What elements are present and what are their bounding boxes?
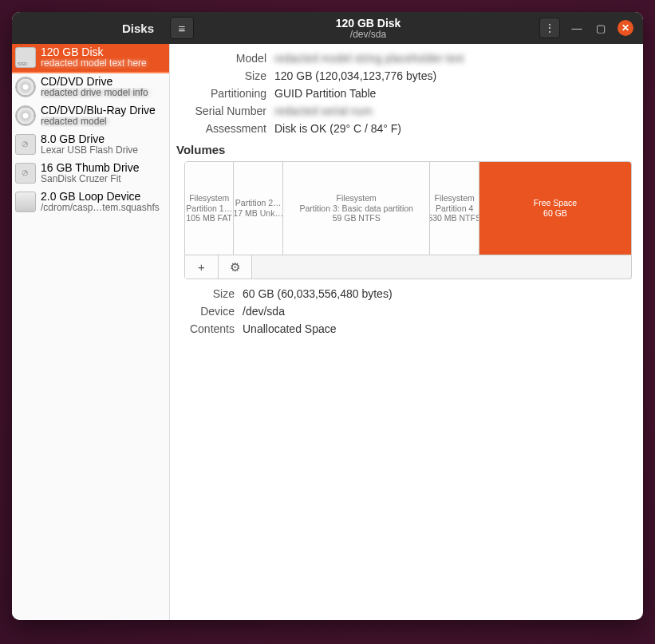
partition-3[interactable]: FilesystemPartition 4530 MB NTFS: [430, 162, 479, 255]
main-panel: Model redacted model string placeholder …: [170, 44, 643, 620]
minimize-button[interactable]: —: [570, 21, 584, 35]
partition-line: Partition 3: Basic data partition: [299, 203, 412, 214]
drive-sublabel: SanDisk Cruzer Fit: [41, 174, 164, 184]
drive-label: 120 GB Disk: [41, 46, 164, 58]
drive-label: 8.0 GB Drive: [41, 133, 164, 145]
hamburger-menu-button[interactable]: ≡: [170, 17, 194, 39]
maximize-button[interactable]: ▢: [594, 21, 608, 35]
sel-value-contents: Unallocated Space: [243, 322, 632, 335]
window-controls: ⋮ — ▢ ✕: [539, 18, 643, 38]
partition-line: Filesystem: [435, 193, 475, 203]
drive-label: CD/DVD/Blu-Ray Drive: [41, 105, 164, 117]
drive-sublabel: /cdrom/casp…tem.squashfs: [41, 203, 164, 213]
drive-text: 120 GB Diskredacted model text here: [41, 46, 164, 69]
usb-drive-icon: [15, 134, 36, 155]
partition-line: 17 MB Unk…: [234, 208, 282, 219]
drive-text: CD/DVD Driveredacted drive model info: [41, 76, 164, 99]
drive-sublabel: redacted model text here: [41, 58, 164, 69]
drive-label: CD/DVD Drive: [41, 76, 164, 88]
sel-label-device: Device: [175, 305, 235, 318]
sidebar-drive-3[interactable]: 8.0 GB DriveLexar USB Flash Drive: [12, 131, 169, 160]
value-partitioning: GUID Partition Table: [274, 87, 632, 100]
disks-window: Disks ≡ 120 GB Disk /dev/sda ⋮ — ▢ ✕ 120…: [12, 12, 643, 620]
drive-text: CD/DVD/Blu-Ray Driveredacted model: [41, 105, 164, 128]
plus-icon: +: [198, 260, 205, 274]
drive-label: 16 GB Thumb Drive: [41, 162, 164, 174]
optical-drive-icon: [15, 105, 36, 126]
volume-bar: FilesystemPartition 1…105 MB FATPartitio…: [184, 161, 632, 255]
partition-2[interactable]: FilesystemPartition 3: Basic data partit…: [283, 162, 430, 255]
window-subtitle: /dev/sda: [197, 30, 539, 40]
value-assessment: Disk is OK (29° C / 84° F): [274, 122, 632, 135]
partition-line: Filesystem: [337, 193, 377, 203]
sidebar: 120 GB Diskredacted model text hereCD/DV…: [12, 44, 170, 620]
titlebar: Disks ≡ 120 GB Disk /dev/sda ⋮ — ▢ ✕: [12, 12, 643, 44]
sidebar-drive-2[interactable]: CD/DVD/Blu-Ray Driveredacted model: [12, 102, 169, 131]
partition-line: 105 MB FAT: [186, 213, 232, 223]
close-icon: ✕: [621, 22, 629, 34]
create-partition-button[interactable]: +: [185, 255, 219, 279]
selection-info: Size 60 GB (60,033,556,480 bytes) Device…: [175, 287, 632, 335]
disk-info: Model redacted model string placeholder …: [175, 52, 632, 135]
drive-text: 16 GB Thumb DriveSanDisk Cruzer Fit: [41, 162, 164, 185]
body: 120 GB Diskredacted model text hereCD/DV…: [12, 44, 643, 620]
kebab-icon: ⋮: [544, 22, 555, 34]
drive-sublabel: Lexar USB Flash Drive: [41, 145, 164, 156]
sidebar-drive-5[interactable]: 2.0 GB Loop Device/cdrom/casp…tem.squash…: [12, 188, 169, 217]
drive-options-button[interactable]: ⋮: [539, 18, 560, 38]
minimize-icon: —: [572, 22, 582, 34]
volumes-header: Volumes: [176, 143, 632, 156]
sidebar-drive-4[interactable]: 16 GB Thumb DriveSanDisk Cruzer Fit: [12, 160, 169, 188]
partition-line: Partition 1…: [186, 203, 232, 214]
app-title-text: Disks: [122, 22, 154, 35]
drive-text: 2.0 GB Loop Device/cdrom/casp…tem.squash…: [41, 191, 164, 214]
titlebar-center: 120 GB Disk /dev/sda: [197, 16, 539, 41]
label-partitioning: Partitioning: [175, 87, 266, 100]
partition-line: 59 GB NTFS: [333, 213, 381, 223]
partition-line: Free Space: [534, 198, 577, 208]
partition-line: Filesystem: [189, 193, 229, 203]
usb-drive-icon: [15, 163, 36, 184]
sel-value-size: 60 GB (60,033,556,480 bytes): [243, 287, 632, 300]
label-model: Model: [175, 52, 266, 65]
maximize-icon: ▢: [596, 22, 606, 34]
ssd-drive-icon: [15, 47, 36, 68]
optical-drive-icon: [15, 77, 36, 97]
gear-icon: ⚙: [230, 260, 240, 275]
drive-text: 8.0 GB DriveLexar USB Flash Drive: [41, 133, 164, 156]
value-size: 120 GB (120,034,123,776 bytes): [274, 69, 632, 82]
sel-label-contents: Contents: [175, 322, 235, 335]
sel-value-device: /dev/sda: [243, 305, 632, 318]
partition-4[interactable]: Free Space60 GB: [479, 162, 631, 255]
volume-toolbar: + ⚙: [184, 255, 632, 279]
value-model: redacted model string placeholder text: [274, 52, 632, 65]
partition-line: Partition 2…: [235, 198, 282, 208]
partition-line: 530 MB NTFS: [430, 213, 479, 223]
partition-0[interactable]: FilesystemPartition 1…105 MB FAT: [185, 162, 234, 255]
sidebar-drive-1[interactable]: CD/DVD Driveredacted drive model info: [12, 73, 169, 102]
sel-label-size: Size: [175, 287, 235, 300]
value-serial: redacted serial num: [274, 105, 632, 117]
sidebar-drive-0[interactable]: 120 GB Diskredacted model text here: [12, 44, 169, 73]
app-title: Disks: [12, 22, 170, 35]
label-size: Size: [175, 69, 266, 82]
partition-options-button[interactable]: ⚙: [219, 255, 252, 279]
label-serial: Serial Number: [175, 105, 266, 117]
drive-sublabel: redacted model: [41, 117, 164, 127]
drive-label: 2.0 GB Loop Device: [41, 191, 164, 203]
hamburger-icon: ≡: [179, 22, 186, 35]
window-title: 120 GB Disk: [197, 18, 539, 30]
hdd-drive-icon: [15, 192, 36, 212]
partition-line: 60 GB: [543, 208, 567, 219]
label-assessment: Assessment: [175, 122, 266, 135]
partition-1[interactable]: Partition 2…17 MB Unk…: [234, 162, 282, 255]
partition-line: Partition 4: [436, 203, 473, 214]
close-button[interactable]: ✕: [618, 20, 633, 36]
drive-sublabel: redacted drive model info: [41, 88, 164, 98]
